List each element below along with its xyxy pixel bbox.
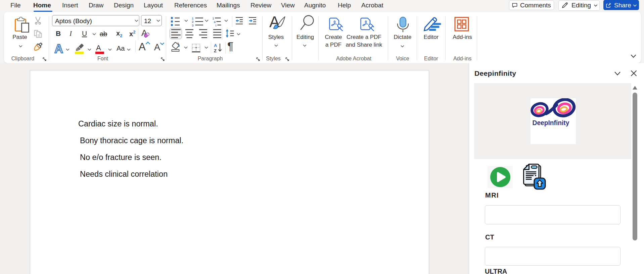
- svg-text:1: 1: [212, 17, 214, 20]
- svg-text:3: 3: [192, 24, 193, 26]
- svg-text:1: 1: [192, 17, 193, 20]
- svg-text:A: A: [54, 42, 63, 55]
- svg-text:a: a: [214, 20, 216, 23]
- svg-text:Z: Z: [214, 48, 217, 53]
- svg-text:DeepInfinity: DeepInfinity: [533, 119, 569, 126]
- svg-text:i: i: [216, 24, 217, 26]
- svg-text:A: A: [214, 43, 217, 48]
- svg-text:2: 2: [192, 20, 193, 23]
